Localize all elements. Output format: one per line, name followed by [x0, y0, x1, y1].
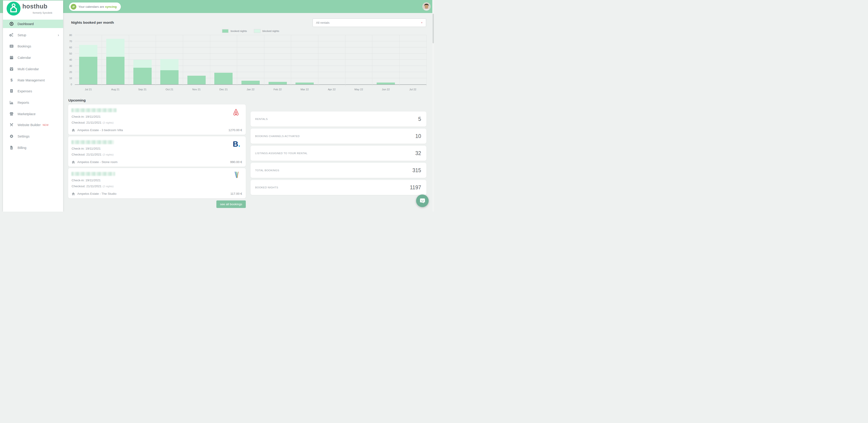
- y-axis-label-0: 0: [67, 83, 72, 86]
- chevron-right-icon: ›: [58, 33, 59, 37]
- property-name: Ampelos Estate - The Studio: [77, 192, 117, 195]
- user-avatar[interactable]: [423, 2, 431, 10]
- rentals-filter-dropdown[interactable]: All rentals ▼: [313, 19, 426, 27]
- property-row: Ampelos Estate - 3 bedroom Villa 1270.00…: [71, 128, 242, 132]
- x-axis-label-Jun 22: Jun 22: [372, 88, 399, 91]
- sync-status-prefix: Your calendars are: [79, 5, 104, 8]
- y-axis-label-80: 80: [67, 34, 72, 36]
- house-icon: [71, 129, 75, 132]
- sidebar-item-calendar[interactable]: Calendar: [3, 53, 63, 62]
- chat-bubble-icon: [419, 198, 426, 204]
- sidebar-item-expenses[interactable]: Expenses: [3, 87, 63, 95]
- checkin-line: Check-in: 19/11/2021: [71, 179, 100, 182]
- sidebar-item-marketplace[interactable]: Marketplace: [3, 110, 63, 118]
- bar-booked-Jan 22: [242, 81, 260, 84]
- sidebar-item-billing[interactable]: Billing: [3, 144, 63, 152]
- sidebar-item-bookings[interactable]: Bookings: [3, 42, 63, 51]
- sidebar-item-label: Website Builder: [18, 123, 40, 127]
- stat-value: 315: [412, 163, 421, 178]
- sidebar-item-label: Dashboard: [18, 22, 34, 26]
- booking-card-vrbo[interactable]: Check-in: 19/11/2021 Checkout: 21/11/202…: [68, 168, 246, 199]
- property-name: Ampelos Estate - Stone room: [77, 160, 117, 164]
- y-axis-label-10: 10: [67, 77, 72, 80]
- storefront-icon: [9, 112, 14, 116]
- gridline-x: [210, 35, 210, 86]
- sidebar-item-label: Billing: [18, 146, 26, 150]
- bar-booked-Nov 21: [187, 76, 206, 84]
- gridline-y-10: [75, 78, 426, 78]
- bar-booked-Feb 22: [269, 82, 287, 84]
- gridline-y-50: [75, 53, 426, 54]
- y-axis-label-30: 30: [67, 64, 72, 67]
- stat-value: 32: [415, 146, 421, 161]
- scrollbar-thumb[interactable]: [433, 14, 434, 43]
- booking-card-booking-com[interactable]: Check-in: 19/11/2021 Checkout: 21/11/202…: [68, 137, 246, 167]
- gear-icon: [9, 134, 14, 139]
- x-axis-label-Feb 22: Feb 22: [264, 88, 291, 91]
- sidebar-item-website-builder[interactable]: Website Builder NEW: [3, 121, 63, 129]
- see-all-bookings-button[interactable]: see all bookings: [216, 201, 246, 208]
- legend-label: booked nights: [230, 30, 247, 32]
- sidebar-item-settings[interactable]: Settings: [3, 132, 63, 141]
- gridline-x: [237, 35, 237, 86]
- sync-status-highlight: syncing: [105, 5, 117, 8]
- sidebar-item-label: Marketplace: [18, 112, 36, 116]
- booking-card-airbnb[interactable]: Check-in: 19/11/2021 Checkout: 21/11/202…: [68, 104, 246, 135]
- checkout-line: Checkout: 21/11/2021(2 nights): [71, 184, 114, 188]
- stat-label: BOOKED NIGHTS: [255, 180, 278, 195]
- tools-icon: [9, 123, 14, 127]
- booking-price: 1270.00 €: [228, 128, 242, 132]
- sidebar-item-reports[interactable]: Reports: [3, 98, 63, 107]
- gridline-y-60: [75, 47, 426, 48]
- sidebar-item-label: Expenses: [18, 89, 32, 93]
- calendar-icon: [9, 55, 14, 60]
- chart-y-axis: 01020304050607080: [67, 35, 73, 84]
- sync-status-text: Your calendars aresyncing: [79, 5, 117, 8]
- checkin-line: Check-in: 19/11/2021: [71, 115, 100, 118]
- airbnb-logo-icon: [232, 108, 240, 118]
- x-axis-label-Mar 22: Mar 22: [291, 88, 318, 91]
- guest-name-redacted: [71, 172, 115, 176]
- sidebar: hosthub formerly Syncbnb Dashboard Setup…: [3, 0, 63, 212]
- x-axis-label-Oct 21: Oct 21: [156, 88, 183, 91]
- nights-booked-chart: Jul 21Aug 21Sep 21Oct 21Nov 21Dec 21Jan …: [75, 35, 426, 84]
- chart-x-axis-line: [75, 84, 426, 85]
- rentals-filter-value: All rentals: [316, 19, 330, 27]
- gridline-y-20: [75, 72, 426, 72]
- x-axis-label-Jul 21: Jul 21: [75, 88, 102, 91]
- receipt-icon: [9, 89, 14, 93]
- gridline-x: [372, 35, 372, 86]
- stat-label: TOTAL BOOKINGS: [255, 163, 279, 178]
- stat-card-total-bookings: TOTAL BOOKINGS 315: [251, 163, 426, 178]
- bar-booked-Jul 21: [79, 57, 97, 85]
- gears-icon: [9, 33, 14, 37]
- bar-blocked-Aug 21: [106, 39, 124, 57]
- stat-label: BOOKING CHANNELS ACTIVATED: [255, 129, 300, 144]
- stat-label: RENTALS: [255, 112, 268, 126]
- page-scrollbar[interactable]: [432, 0, 434, 212]
- upcoming-heading: Upcoming: [68, 98, 86, 102]
- sidebar-item-label: Multi Calendar: [18, 67, 39, 71]
- document-icon: [9, 146, 14, 150]
- x-axis-label-Apr 22: Apr 22: [318, 88, 345, 91]
- bar-booked-Jun 22: [377, 83, 395, 84]
- sidebar-item-setup[interactable]: Setup ›: [3, 31, 63, 39]
- sidebar-item-dashboard[interactable]: Dashboard: [3, 20, 63, 28]
- sidebar-item-label: Calendar: [18, 56, 31, 60]
- bar-booked-Dec 21: [214, 73, 232, 84]
- sidebar-item-label: Setup: [18, 33, 26, 37]
- bar-booked-Oct 21: [160, 70, 179, 84]
- sidebar-item-label: Settings: [18, 134, 29, 138]
- blocked-swatch: [254, 29, 260, 33]
- bar-blocked-Oct 21: [160, 59, 179, 70]
- x-axis-label-Jan 22: Jan 22: [237, 88, 264, 91]
- sidebar-item-multi-calendar[interactable]: Multi Calendar: [3, 65, 63, 73]
- property-name: Ampelos Estate - 3 bedroom Villa: [77, 128, 123, 132]
- chat-widget-button[interactable]: [416, 194, 429, 207]
- sidebar-item-rate-management[interactable]: $ Rate Management: [3, 76, 63, 84]
- legend-label: blocked nights: [262, 30, 279, 32]
- hosthub-dashboard: Your calendars aresyncing hosthub former…: [0, 0, 434, 212]
- hosthub-logo-icon: [7, 2, 21, 16]
- x-axis-label-Dec 21: Dec 21: [210, 88, 237, 91]
- guest-name-redacted: [71, 108, 117, 112]
